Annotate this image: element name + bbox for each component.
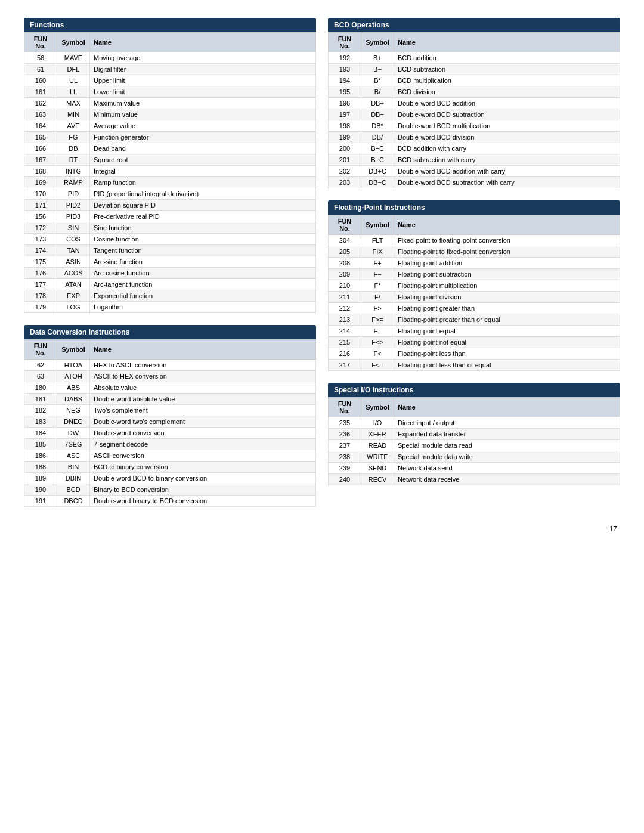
table-row: 236XFERExpanded data transfer (329, 429, 620, 440)
table-cell: MAVE (57, 52, 90, 64)
table-cell: Two's complement (90, 405, 316, 416)
table-cell: DBCD (57, 496, 90, 507)
table-row: 237READSpecial module data read (329, 440, 620, 451)
table-cell: Double-word BCD subtraction with carry (394, 177, 620, 188)
table-row: 205FIXFloating-point to fixed-point conv… (329, 246, 620, 258)
table-cell: F* (361, 280, 394, 292)
table-row: 202DB+CDouble-word BCD addition with car… (329, 166, 620, 177)
table-row: 193B−BCD subtraction (329, 64, 620, 75)
table-cell: WRITE (361, 451, 394, 463)
table-row: 177ATANArc-tangent function (24, 279, 316, 290)
table-cell: ASCII to HEX conversion (90, 371, 316, 382)
table-row: 190BCDBinary to BCD conversion (24, 484, 316, 496)
table-row: 215F<>Floating-point not equal (329, 337, 620, 348)
table-cell: 237 (329, 440, 361, 451)
table-cell: Special module data write (394, 451, 620, 463)
table-cell: Function generator (90, 132, 316, 143)
table-cell: Lower limit (90, 86, 316, 98)
page-number: 17 (24, 525, 620, 533)
table-cell: Logarithm (90, 302, 316, 313)
table-cell: 182 (24, 405, 57, 416)
table-cell: 178 (24, 290, 57, 302)
table-cell: B* (361, 75, 394, 86)
table-cell: Square root (90, 154, 316, 166)
table-row: 235I/ODirect input / output (329, 417, 620, 429)
table-row: 184DWDouble-word conversion (24, 428, 316, 439)
bcd-col-name: Name (394, 33, 620, 52)
table-cell: Floating-point to fixed-point conversion (394, 246, 620, 258)
table-cell: MAX (57, 98, 90, 109)
table-row: 181DABSDouble-word absolute value (24, 394, 316, 405)
table-row: 204FLTFixed-point to floating-point conv… (329, 235, 620, 246)
table-cell: RAMP (57, 177, 90, 188)
table-cell: FIX (361, 246, 394, 258)
table-row: 195B/BCD division (329, 86, 620, 98)
floating-point-header: Floating-Point Instructions (328, 200, 620, 215)
table-cell: 215 (329, 337, 361, 348)
table-cell: Floating-point division (394, 292, 620, 303)
table-cell: 156 (24, 211, 57, 222)
table-cell: Arc-cosine function (90, 268, 316, 279)
table-cell: BIN (57, 462, 90, 473)
table-cell: SEND (361, 463, 394, 474)
table-row: 208F+Floating-point addition (329, 258, 620, 269)
table-cell: 171 (24, 200, 57, 211)
bcd-section: BCD Operations FUN No. Symbol Name 192B+… (328, 18, 620, 188)
dc-col-sym: Symbol (57, 340, 90, 360)
dc-col-no: FUN No. (24, 340, 57, 360)
table-cell: 56 (24, 52, 57, 64)
table-cell: 240 (329, 474, 361, 485)
table-cell: UL (57, 75, 90, 86)
table-row: 209F−Floating-point subtraction (329, 269, 620, 280)
table-cell: 217 (329, 360, 361, 371)
table-cell: Minimum value (90, 109, 316, 120)
table-row: 197DB−Double-word BCD subtraction (329, 109, 620, 120)
table-cell: Double-word BCD multiplication (394, 120, 620, 132)
table-cell: 62 (24, 360, 57, 371)
table-cell: 161 (24, 86, 57, 98)
table-row: 191DBCDDouble-word binary to BCD convers… (24, 496, 316, 507)
table-cell: 163 (24, 109, 57, 120)
table-cell: 208 (329, 258, 361, 269)
table-cell: ATOH (57, 371, 90, 382)
table-row: 179LOGLogarithm (24, 302, 316, 313)
table-cell: AVE (57, 120, 90, 132)
table-cell: Double-word BCD addition (394, 98, 620, 109)
table-row: 163MINMinimum value (24, 109, 316, 120)
table-cell: PID (57, 188, 90, 200)
table-cell: Binary to BCD conversion (90, 484, 316, 496)
table-cell: RECV (361, 474, 394, 485)
bcd-col-no: FUN No. (329, 33, 361, 52)
table-cell: DBIN (57, 473, 90, 484)
table-row: 186ASCASCII conversion (24, 450, 316, 462)
table-cell: 189 (24, 473, 57, 484)
table-row: 216F<Floating-point less than (329, 348, 620, 360)
table-cell: Exponential function (90, 290, 316, 302)
table-cell: 7-segment decode (90, 439, 316, 450)
table-cell: Pre-derivative real PID (90, 211, 316, 222)
table-cell: 203 (329, 177, 361, 188)
table-cell: Double-word absolute value (90, 394, 316, 405)
table-cell: ATAN (57, 279, 90, 290)
table-cell: 190 (24, 484, 57, 496)
table-cell: Floating-point less than (394, 348, 620, 360)
fp-col-sym: Symbol (361, 215, 394, 235)
table-row: 238WRITESpecial module data write (329, 451, 620, 463)
table-cell: DB* (361, 120, 394, 132)
table-row: 160ULUpper limit (24, 75, 316, 86)
table-row: 171PID2Deviation square PID (24, 200, 316, 211)
functions-col-no: FUN No. (24, 33, 57, 52)
table-cell: 170 (24, 188, 57, 200)
table-cell: DB (57, 143, 90, 154)
table-cell: Floating-point subtraction (394, 269, 620, 280)
table-cell: DB+ (361, 98, 394, 109)
table-cell: BCD multiplication (394, 75, 620, 86)
table-cell: Cosine function (90, 234, 316, 245)
table-row: 63ATOHASCII to HEX conversion (24, 371, 316, 382)
table-row: 194B*BCD multiplication (329, 75, 620, 86)
table-cell: 63 (24, 371, 57, 382)
table-row: 165FGFunction generator (24, 132, 316, 143)
table-cell: 61 (24, 64, 57, 75)
table-cell: B+ (361, 52, 394, 64)
table-cell: F> (361, 303, 394, 314)
